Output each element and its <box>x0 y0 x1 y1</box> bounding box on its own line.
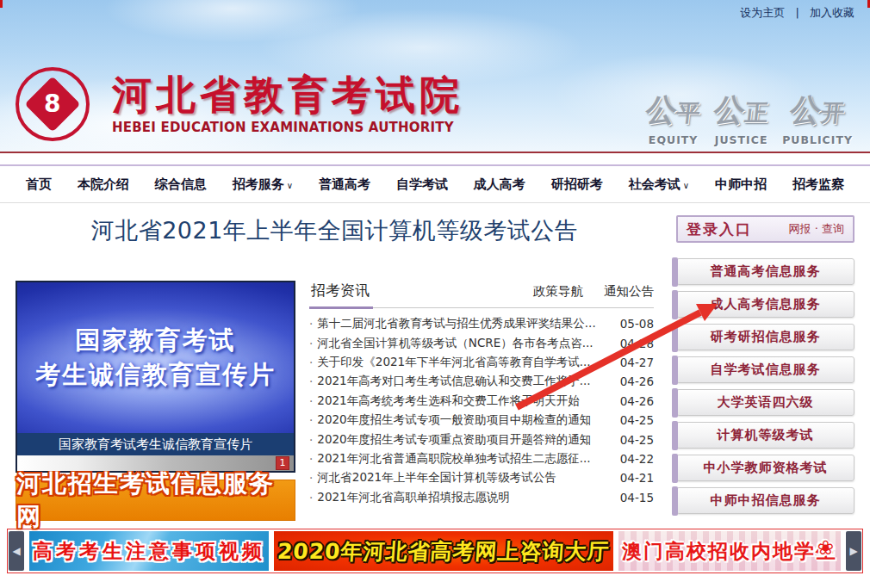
news-item-date: 04-28 <box>612 337 654 350</box>
button-stripe <box>672 388 678 418</box>
login-entry-title[interactable]: 登录入口 <box>687 220 752 239</box>
stamp-char: 平 <box>675 99 701 126</box>
video-carousel-panel: 国家教育考试 考生诚信教育宣传片 国家教育考试考生诚信教育宣传片 1 <box>16 281 295 473</box>
nav-item-postgraduate[interactable]: 研招研考 <box>551 176 603 193</box>
news-item-date: 04-25 <box>612 413 654 427</box>
tab-notices[interactable]: 通知公告 <box>604 283 654 300</box>
nav-label: 招考服务 <box>233 176 284 192</box>
stamp-char: 公 <box>712 92 747 127</box>
tab-recruitment-news[interactable]: 招考资讯 <box>309 281 373 309</box>
banner-label: 2020年河北省高考网上咨询大厅 <box>277 537 611 566</box>
news-column: 招考资讯 政策导航 通知公告 ·第十二届河北省教育考试与招生优秀成果评奖结果公.… <box>309 258 654 521</box>
carousel-next-button[interactable]: ▶ <box>846 531 861 571</box>
nav-label: 本院介绍 <box>78 176 129 192</box>
login-report-query-links[interactable]: 网报 · 查询 <box>789 221 844 237</box>
sidebar-btn-label: 研考研招信息服务 <box>711 329 821 345</box>
main-navigation: 首页 本院介绍 综合信息 招考服务∨ 普通高考 自学考试 成人高考 研招研考 社… <box>0 164 870 203</box>
carousel-page-indicator[interactable]: 1 <box>276 456 289 470</box>
button-stripe <box>672 323 678 352</box>
news-item[interactable]: ·河北省全国计算机等级考试（NCRE）各市各考点咨...04-28 <box>309 333 654 352</box>
news-item[interactable]: ·关于印发《2021年下半年河北省高等教育自学考试...04-27 <box>309 353 654 372</box>
site-logo[interactable]: 8 河北省教育考试院 HEBEI EDUCATION EXAMINATIONS … <box>16 67 463 141</box>
news-item[interactable]: ·2020年度招生考试专项重点资助项目开题答辩的通知04-25 <box>309 430 654 449</box>
top-utility-links: 设为主页 | 加入收藏 <box>736 5 858 21</box>
chevron-down-icon: ∨ <box>683 181 689 190</box>
banner-macau-universities[interactable]: 澳门高校招收内地学生❀ <box>618 531 841 571</box>
poster-text-line1: 国家教育考试 <box>76 324 236 358</box>
nav-item-social-exams[interactable]: 社会考试∨ <box>629 176 689 193</box>
arrow-right-icon: ▶ <box>849 545 857 557</box>
news-item[interactable]: ·第十二届河北省教育考试与招生优秀成果评奖结果公...05-08 <box>309 314 654 333</box>
nav-label: 自学考试 <box>396 176 448 192</box>
banner-gaokao-notice-video[interactable]: 高考考生注意事项视频 <box>29 531 269 571</box>
news-item-date: 04-27 <box>612 356 654 369</box>
set-homepage-link[interactable]: 设为主页 <box>740 6 785 19</box>
nav-label: 研招研考 <box>551 176 603 192</box>
banner-label: 高考考生注意事项视频 <box>33 538 265 565</box>
hebei-info-service-banner[interactable]: 河北招生考试信息服务网 <box>16 480 295 521</box>
bullet-icon: · <box>309 317 313 331</box>
motto-stamps: 公平 EQUITY 公正 JUSTICE 公开 PUBLICITY <box>646 90 853 146</box>
banner-online-consultation-hall[interactable]: 2020年河北省高考网上咨询大厅 <box>274 531 613 571</box>
sidebar-btn-label: 大学英语四六级 <box>718 394 814 411</box>
header-banner: 设为主页 | 加入收藏 8 河北省教育考试院 HEBEI EDUCATION E… <box>0 0 870 153</box>
news-item-date: 04-26 <box>612 394 654 408</box>
page-edge-mark <box>0 0 3 8</box>
nav-item-self-study-exam[interactable]: 自学考试 <box>396 176 448 193</box>
nav-label: 成人高考 <box>474 176 525 192</box>
news-item-title: 2020年度招生考试专项重点资助项目开题答辩的通知 <box>317 432 591 448</box>
news-item[interactable]: ·2021年高考对口考生考试信息确认和交费工作将于...04-26 <box>309 372 654 391</box>
news-item[interactable]: ·2021年河北省高职单招填报志愿说明04-15 <box>309 488 654 507</box>
carousel-prev-button[interactable]: ◀ <box>9 531 24 571</box>
bullet-icon: · <box>309 471 313 485</box>
bullet-icon: · <box>309 433 313 447</box>
tab-policy-guide[interactable]: 政策导航 <box>533 283 583 300</box>
news-item[interactable]: ·2020年度招生考试专项一般资助项目中期检查的通知04-25 <box>309 411 654 430</box>
video-caption[interactable]: 国家教育考试考生诚信教育宣传片 <box>17 433 294 455</box>
nav-item-adult-gaokao[interactable]: 成人高考 <box>474 176 525 193</box>
stamp-equity: 公平 EQUITY <box>646 90 700 146</box>
news-item-date: 04-22 <box>612 452 654 466</box>
stamp-char: 正 <box>743 99 769 126</box>
button-stripe <box>672 486 678 516</box>
bullet-icon: · <box>309 491 313 504</box>
stamp-english: PUBLICITY <box>782 133 853 146</box>
button-stripe <box>672 356 678 385</box>
news-item[interactable]: ·2021年高考统考考生选科和交费工作将于明天开始04-26 <box>309 392 654 411</box>
main-content: 河北省2021年上半年全国计算机等级考试公告 登录入口 网报 · 查询 国家教育… <box>0 215 870 521</box>
featured-announcement-headline[interactable]: 河北省2021年上半年全国计算机等级考试公告 <box>16 215 654 246</box>
nav-item-secondary-normal[interactable]: 中师中招 <box>715 176 767 193</box>
nav-item-recruitment-services[interactable]: 招考服务∨ <box>233 176 293 193</box>
news-item-date: 04-21 <box>612 471 654 485</box>
carousel-pager-bar: 1 <box>17 455 294 471</box>
news-item[interactable]: ·河北省2021年上半年全国计算机等级考试公告04-21 <box>309 468 654 487</box>
news-item-title: 2021年高考对口考生考试信息确认和交费工作将于... <box>317 374 590 389</box>
nav-item-general-info[interactable]: 综合信息 <box>155 176 207 193</box>
video-poster[interactable]: 国家教育考试 考生诚信教育宣传片 <box>17 282 294 433</box>
news-item-date: 04-26 <box>612 374 654 388</box>
news-item[interactable]: ·2021年河北省普通高职院校单独考试招生二志愿征...04-22 <box>309 449 654 468</box>
nav-item-about[interactable]: 本院介绍 <box>78 176 129 193</box>
stamp-char: 公 <box>789 92 823 127</box>
add-favorite-link[interactable]: 加入收藏 <box>810 6 854 19</box>
bullet-icon: · <box>309 413 313 427</box>
sidebar-btn-gaokao-info[interactable]: 普通高考信息服务 <box>676 258 854 285</box>
bottom-banner-carousel: ◀ 高考考生注意事项视频 2020年河北省高考网上咨询大厅 澳门高校招收内地学生… <box>7 529 863 573</box>
nav-label: 首页 <box>26 176 52 192</box>
sidebar-btn-adult-gaokao-info[interactable]: 成人高考信息服务 <box>676 291 854 318</box>
sidebar-btn-postgrad-info[interactable]: 研考研招信息服务 <box>676 324 854 350</box>
sidebar-btn-self-study-info[interactable]: 自学考试信息服务 <box>676 356 854 383</box>
stamp-char: 公 <box>644 92 679 127</box>
news-item-date: 04-15 <box>612 491 654 504</box>
sidebar-btn-teacher-cert[interactable]: 中小学教师资格考试 <box>676 455 854 481</box>
nav-item-home[interactable]: 首页 <box>26 176 52 193</box>
sidebar-btn-secondary-normal-info[interactable]: 中师中招信息服务 <box>676 487 854 514</box>
sidebar-btn-cet46[interactable]: 大学英语四六级 <box>676 389 854 416</box>
site-title: 河北省教育考试院 <box>112 73 463 117</box>
nav-item-supervision[interactable]: 招考监察 <box>792 176 844 193</box>
nav-label: 社会考试 <box>629 176 680 192</box>
left-column: 国家教育考试 考生诚信教育宣传片 国家教育考试考生诚信教育宣传片 1 河北招生考… <box>16 258 295 521</box>
button-stripe <box>672 257 678 287</box>
nav-item-regular-gaokao[interactable]: 普通高考 <box>319 176 370 193</box>
sidebar-btn-ncre[interactable]: 计算机等级考试 <box>676 422 854 449</box>
